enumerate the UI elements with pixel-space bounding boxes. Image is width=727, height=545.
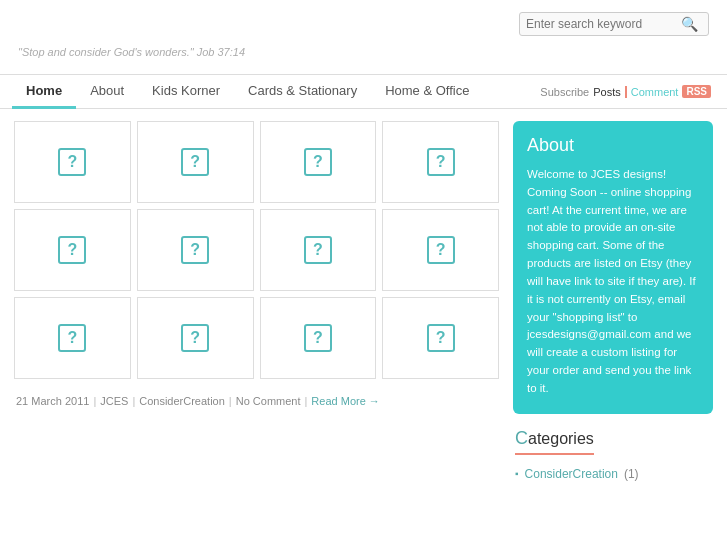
nav-item-home[interactable]: Home — [12, 75, 76, 109]
about-box: About Welcome to JCES designs! Coming So… — [513, 121, 713, 414]
grid-cell[interactable]: ? — [137, 297, 254, 379]
image-placeholder-icon: ? — [427, 324, 455, 352]
image-placeholder-icon: ? — [58, 236, 86, 264]
image-placeholder-icon: ? — [304, 148, 332, 176]
nav-item-about[interactable]: About — [76, 75, 138, 109]
nav-item-home-office[interactable]: Home & Office — [371, 75, 483, 109]
image-placeholder-icon: ? — [304, 236, 332, 264]
grid-cell[interactable]: ? — [260, 209, 377, 291]
grid-cell[interactable]: ? — [382, 297, 499, 379]
post-comments: No Comment — [236, 395, 301, 407]
image-placeholder-icon: ? — [427, 236, 455, 264]
image-placeholder-icon: ? — [181, 148, 209, 176]
about-text: Welcome to JCES designs! Coming Soon -- … — [527, 166, 699, 398]
post-meta: 21 March 2011 | JCES | ConsiderCreation … — [14, 389, 499, 413]
categories-title: Categories — [515, 428, 594, 455]
content-area: ? ? ? ? ? ? ? ? ? ? ? ? 21 March 2011 | … — [14, 121, 499, 483]
read-more-link[interactable]: Read More → — [311, 395, 379, 407]
grid-cell[interactable]: ? — [260, 121, 377, 203]
grid-cell[interactable]: ? — [14, 121, 131, 203]
image-placeholder-icon: ? — [181, 324, 209, 352]
search-container: 🔍 — [519, 12, 709, 36]
image-placeholder-icon: ? — [427, 148, 455, 176]
grid-cell[interactable]: ? — [14, 297, 131, 379]
image-placeholder-icon: ? — [58, 324, 86, 352]
nav-item-cards-stationary[interactable]: Cards & Stationary — [234, 75, 371, 109]
sidebar: About Welcome to JCES designs! Coming So… — [513, 121, 713, 483]
category-item: ConsiderCreation (1) — [515, 465, 711, 483]
subscribe-label: Subscribe — [540, 86, 589, 98]
image-placeholder-icon: ? — [58, 148, 86, 176]
category-link[interactable]: ConsiderCreation — [525, 467, 618, 481]
image-placeholder-icon: ? — [304, 324, 332, 352]
search-input[interactable] — [526, 17, 681, 31]
main-nav: Home About Kids Korner Cards & Stationar… — [0, 74, 727, 109]
grid-cell[interactable]: ? — [382, 121, 499, 203]
nav-items: Home About Kids Korner Cards & Stationar… — [12, 75, 540, 108]
nav-item-kids-korner[interactable]: Kids Korner — [138, 75, 234, 109]
categories-title-first-char: C — [515, 428, 528, 448]
image-placeholder-icon: ? — [181, 236, 209, 264]
search-button[interactable]: 🔍 — [681, 16, 698, 32]
grid-cell[interactable]: ? — [382, 209, 499, 291]
about-title: About — [527, 135, 699, 156]
image-grid: ? ? ? ? ? ? ? ? ? ? ? ? — [14, 121, 499, 379]
grid-cell[interactable]: ? — [260, 297, 377, 379]
grid-cell[interactable]: ? — [137, 121, 254, 203]
post-date: 21 March 2011 — [16, 395, 89, 407]
grid-cell[interactable]: ? — [137, 209, 254, 291]
grid-cell[interactable]: ? — [14, 209, 131, 291]
post-author: JCES — [100, 395, 128, 407]
header: 🔍 — [0, 0, 727, 42]
post-category[interactable]: ConsiderCreation — [139, 395, 225, 407]
tagline: "Stop and consider God's wonders." Job 3… — [0, 42, 727, 74]
categories-list: ConsiderCreation (1) — [515, 465, 711, 483]
category-count: (1) — [624, 467, 639, 481]
rss-badge[interactable]: RSS — [682, 85, 711, 98]
subscribe-area: Subscribe Posts Comment RSS — [540, 85, 715, 98]
categories-title-rest: ategories — [528, 430, 594, 447]
posts-link[interactable]: Posts — [593, 86, 621, 98]
comment-link[interactable]: Comment — [625, 86, 679, 98]
categories-box: Categories ConsiderCreation (1) — [513, 428, 713, 483]
main-content: ? ? ? ? ? ? ? ? ? ? ? ? 21 March 2011 | … — [0, 109, 727, 491]
